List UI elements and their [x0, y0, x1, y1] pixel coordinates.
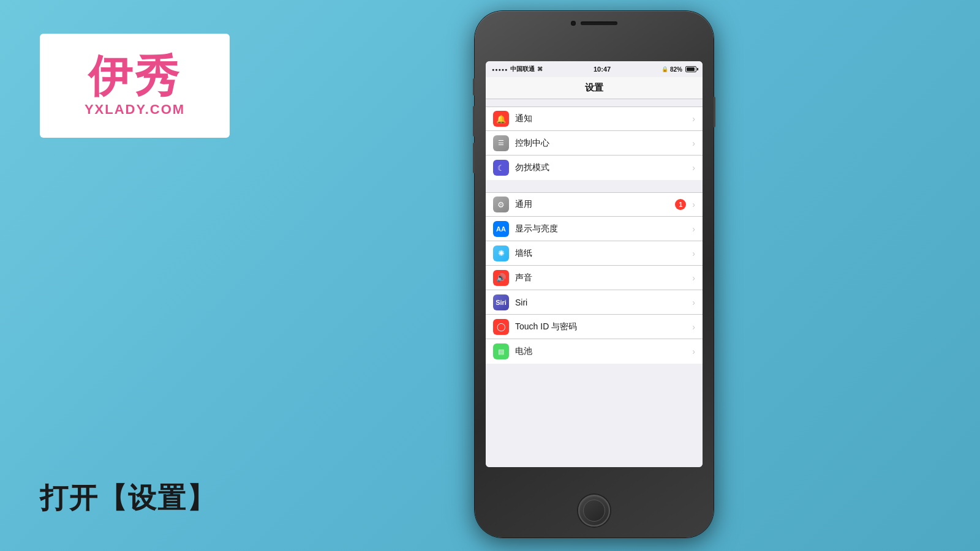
settings-list: 🔔 通知 › ☰ 控制中心 ›: [486, 99, 703, 467]
chevron-icon: ›: [692, 138, 695, 148]
general-icon: ⚙: [493, 197, 509, 212]
touchid-icon: ◯: [493, 319, 509, 335]
dnd-label: 勿扰模式: [515, 162, 690, 173]
status-bar: ●●●●● 中国联通 ⌘ 10:47 🔒 82%: [486, 61, 703, 77]
phone-device: ●●●●● 中国联通 ⌘ 10:47 🔒 82% 设置: [475, 11, 714, 538]
settings-group-1: 🔔 通知 › ☰ 控制中心 ›: [486, 107, 703, 180]
volume-up-button: [473, 106, 475, 137]
chevron-icon: ›: [692, 249, 695, 258]
wifi-icon: ⌘: [537, 66, 543, 72]
lock-icon: 🔒: [662, 66, 668, 72]
phone-body: ●●●●● 中国联通 ⌘ 10:47 🔒 82% 设置: [475, 11, 714, 538]
control-center-label: 控制中心: [515, 138, 690, 149]
general-label: 通用: [515, 199, 675, 210]
front-camera: [571, 21, 576, 26]
phone-top-area: [571, 21, 617, 26]
chevron-icon: ›: [692, 273, 695, 283]
chevron-icon: ›: [692, 298, 695, 307]
sounds-icon: 🔊: [493, 270, 509, 286]
display-label: 显示与亮度: [515, 223, 690, 234]
chevron-icon: ›: [692, 347, 695, 356]
touchid-label: Touch ID 与密码: [515, 321, 690, 332]
earpiece-speaker: [581, 21, 617, 25]
wallpaper-label: 墙纸: [515, 248, 690, 259]
notifications-label: 通知: [515, 113, 690, 124]
battery-indicator: [685, 66, 696, 72]
carrier-name: 中国联通: [510, 65, 535, 73]
settings-item-general[interactable]: ⚙ 通用 1 ›: [486, 192, 703, 217]
chevron-icon: ›: [692, 163, 695, 173]
mute-switch: [473, 78, 475, 96]
phone-screen: ●●●●● 中国联通 ⌘ 10:47 🔒 82% 设置: [486, 61, 703, 467]
bottom-caption: 打开【设置】: [40, 479, 216, 517]
settings-item-dnd[interactable]: ☾ 勿扰模式 ›: [486, 156, 703, 180]
settings-item-control-center[interactable]: ☰ 控制中心 ›: [486, 131, 703, 156]
status-time: 10:47: [594, 66, 611, 73]
phone-screen-outer: ●●●●● 中国联通 ⌘ 10:47 🔒 82% 设置: [486, 61, 703, 467]
volume-down-button: [473, 143, 475, 173]
home-button[interactable]: [578, 495, 610, 527]
notifications-icon: 🔔: [493, 111, 509, 127]
siri-icon: Siri: [493, 294, 509, 310]
power-button: [714, 97, 715, 127]
status-left: ●●●●● 中国联通 ⌘: [492, 65, 543, 73]
display-icon: AA: [493, 221, 509, 237]
status-right: 🔒 82%: [662, 66, 696, 73]
screen-title: 设置: [585, 82, 603, 94]
settings-item-touchid[interactable]: ◯ Touch ID 与密码 ›: [486, 315, 703, 339]
settings-group-2: ⚙ 通用 1 › AA 显示与亮度 ›: [486, 192, 703, 364]
logo-english-text: YXLADY.COM: [85, 102, 185, 118]
logo-box: 伊秀 YXLADY.COM: [40, 34, 230, 138]
siri-label: Siri: [515, 298, 690, 307]
chevron-icon: ›: [692, 200, 695, 209]
sounds-label: 声音: [515, 272, 690, 283]
dnd-icon: ☾: [493, 160, 509, 176]
chevron-icon: ›: [692, 224, 695, 234]
settings-item-display[interactable]: AA 显示与亮度 ›: [486, 217, 703, 241]
settings-item-wallpaper[interactable]: ✺ 墙纸 ›: [486, 241, 703, 266]
wallpaper-icon: ✺: [493, 246, 509, 261]
general-badge: 1: [675, 199, 686, 210]
settings-item-siri[interactable]: Siri Siri ›: [486, 290, 703, 315]
chevron-icon: ›: [692, 322, 695, 332]
signal-dots: ●●●●●: [492, 67, 508, 72]
control-center-icon: ☰: [493, 135, 509, 151]
chevron-icon: ›: [692, 114, 695, 124]
logo-chinese-text: 伊秀: [88, 54, 181, 98]
settings-item-sounds[interactable]: 🔊 声音 ›: [486, 266, 703, 290]
battery-fill: [687, 67, 695, 71]
settings-item-battery[interactable]: ▤ 电池 ›: [486, 339, 703, 364]
battery-icon-item: ▤: [493, 343, 509, 359]
nav-bar: 设置: [486, 77, 703, 99]
settings-item-notifications[interactable]: 🔔 通知 ›: [486, 107, 703, 131]
battery-label: 电池: [515, 346, 690, 357]
battery-percent: 82%: [670, 66, 682, 73]
home-button-inner: [583, 500, 605, 522]
